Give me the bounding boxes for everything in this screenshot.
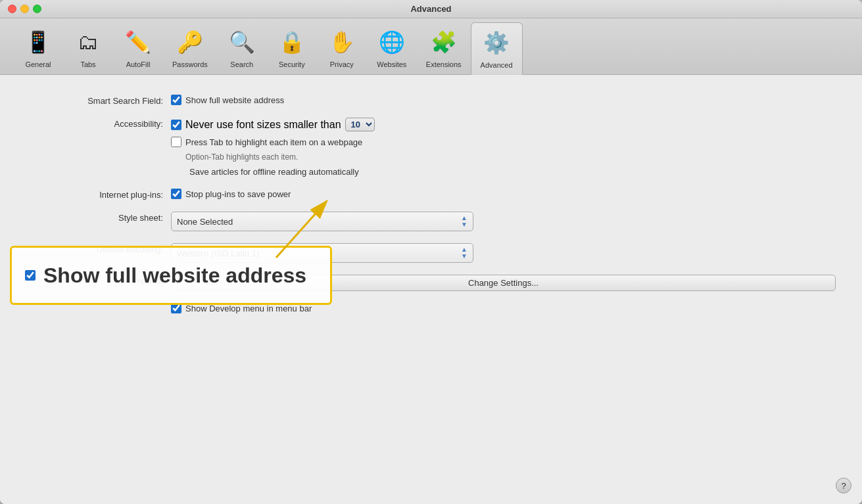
autofill-label: AutoFill [126,60,151,68]
titlebar: Advanced [0,0,862,18]
extensions-label: Extensions [426,60,462,68]
smart-search-controls: Show full website address [171,95,836,105]
toolbar-item-search[interactable]: 🔍 Search [217,22,267,74]
toolbar-item-passwords[interactable]: 🔑 Passwords [163,22,217,74]
stylesheet-dropdown[interactable]: None Selected ▲▼ [171,212,473,231]
toolbar-item-tabs[interactable]: 🗂 Tabs [63,22,113,74]
general-icon: 📱 [22,26,54,58]
accessibility-row: Accessibility: Never use font sizes smal… [26,118,836,177]
save-articles-row: Save articles for offline reading automa… [171,167,836,177]
search-label: Search [230,60,253,68]
privacy-label: Privacy [330,60,354,68]
stylesheet-row: Style sheet: None Selected ▲▼ [26,212,836,231]
press-tab-row: Press Tab to highlight each item on a we… [171,137,836,147]
toolbar-item-extensions[interactable]: 🧩 Extensions [417,22,471,74]
search-icon: 🔍 [226,26,258,58]
smart-search-row: Smart Search Field: Show full website ad… [26,95,836,106]
show-full-address-label: Show full website address [185,95,284,105]
security-label: Security [279,60,305,68]
toolbar-item-autofill[interactable]: ✏️ AutoFill [113,22,163,74]
websites-label: Websites [377,60,406,68]
stop-plugins-checkbox[interactable] [171,189,181,199]
accessibility-controls: Never use font sizes smaller than 10 9 1… [171,118,836,177]
privacy-icon: ✋ [326,26,358,58]
stop-plugins-row: Stop plug-ins to save power [171,189,836,199]
never-use-font-label: Never use font sizes smaller than [185,119,341,131]
highlight-callout: Show full website address [10,246,332,305]
minimize-button[interactable] [20,5,29,13]
press-tab-checkbox[interactable] [171,137,181,147]
close-button[interactable] [8,5,16,13]
accessibility-label: Accessibility: [26,118,171,129]
plugins-controls: Stop plug-ins to save power [171,189,836,199]
window-title: Advanced [410,4,451,14]
stop-plugins-label: Stop plug-ins to save power [185,189,291,199]
highlight-text: Show full website address [43,263,306,288]
advanced-icon: ⚙️ [481,27,512,58]
plugins-label: Internet plug-ins: [26,189,171,200]
font-size-row: Never use font sizes smaller than 10 9 1… [171,118,836,131]
settings-content: Smart Search Field: Show full website ad… [0,75,862,504]
toolbar-item-privacy[interactable]: ✋ Privacy [317,22,367,74]
toolbar-item-websites[interactable]: 🌐 Websites [367,22,417,74]
security-icon: 🔒 [276,26,308,58]
advanced-label: Advanced [481,61,513,69]
maximize-button[interactable] [33,5,41,13]
plugins-row: Internet plug-ins: Stop plug-ins to save… [26,189,836,200]
tabs-label: Tabs [80,60,95,68]
toolbar: 📱 General 🗂 Tabs ✏️ AutoFill 🔑 Passwords… [0,18,862,75]
stylesheet-controls: None Selected ▲▼ [171,212,836,231]
press-tab-label: Press Tab to highlight each item on a we… [185,137,362,147]
save-articles-label: Save articles for offline reading automa… [189,167,359,177]
extensions-icon: 🧩 [428,26,460,58]
websites-icon: 🌐 [376,26,408,58]
passwords-label: Passwords [172,60,208,68]
stylesheet-value: None Selected [177,217,233,227]
general-label: General [25,60,51,68]
highlight-checkbox[interactable] [25,270,36,281]
font-size-select[interactable]: 10 9 11 12 [345,118,375,131]
autofill-icon: ✏️ [122,26,154,58]
never-use-font-checkbox[interactable] [171,120,181,130]
toolbar-item-general[interactable]: 📱 General [13,22,63,74]
option-tab-hint: Option-Tab highlights each item. [185,152,836,162]
toolbar-item-security[interactable]: 🔒 Security [267,22,317,74]
tabs-icon: 🗂 [72,26,104,58]
smart-search-label: Smart Search Field: [26,95,171,106]
traffic-lights [8,5,41,13]
help-button[interactable]: ? [836,478,851,493]
passwords-icon: 🔑 [174,26,206,58]
stylesheet-stepper: ▲▼ [461,215,467,228]
toolbar-item-advanced[interactable]: ⚙️ Advanced [471,22,523,75]
stylesheet-label: Style sheet: [26,212,171,223]
encoding-stepper: ▲▼ [461,246,467,260]
show-full-address-row: Show full website address [171,95,836,105]
show-full-address-checkbox[interactable] [171,95,181,105]
preferences-window: Advanced 📱 General 🗂 Tabs ✏️ AutoFill 🔑 … [0,0,862,504]
